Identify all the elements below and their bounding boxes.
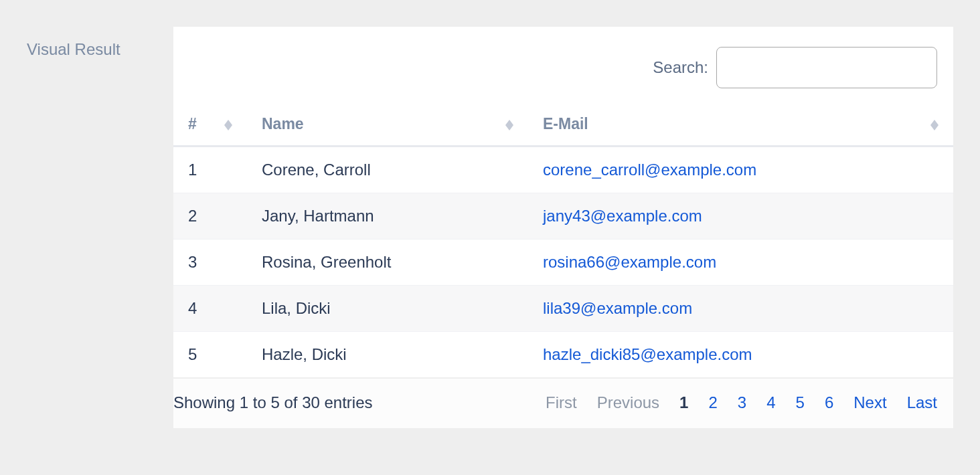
cell-name: Corene, Carroll xyxy=(247,147,528,193)
cell-email: rosina66@example.com xyxy=(528,240,953,286)
svg-marker-3 xyxy=(505,125,513,130)
pager-last[interactable]: Last xyxy=(907,393,937,412)
col-header-name-label: Name xyxy=(262,115,304,132)
entries-info: Showing 1 to 5 of 30 entries xyxy=(173,393,373,412)
sort-icon xyxy=(505,120,513,130)
pager-page-6[interactable]: 6 xyxy=(825,393,833,412)
results-table: # Name E-Mail xyxy=(173,104,953,377)
cell-index: 3 xyxy=(173,240,247,286)
pager-first: First xyxy=(546,393,577,412)
col-header-name[interactable]: Name xyxy=(247,104,528,147)
search-input[interactable] xyxy=(716,47,937,88)
cell-index: 4 xyxy=(173,286,247,332)
email-link[interactable]: jany43@example.com xyxy=(543,207,702,225)
pager-previous: Previous xyxy=(597,393,659,412)
cell-index: 2 xyxy=(173,193,247,240)
table-row: 4Lila, Dickilila39@example.com xyxy=(173,286,953,332)
svg-marker-2 xyxy=(505,120,513,125)
pager-page-3[interactable]: 3 xyxy=(738,393,746,412)
col-header-index[interactable]: # xyxy=(173,104,247,147)
col-header-index-label: # xyxy=(188,115,197,132)
search-label: Search: xyxy=(653,58,708,77)
pager-page-4[interactable]: 4 xyxy=(766,393,775,412)
table-row: 5Hazle, Dickihazle_dicki85@example.com xyxy=(173,332,953,378)
svg-marker-5 xyxy=(930,125,938,130)
table-row: 1Corene, Carrollcorene_carroll@example.c… xyxy=(173,147,953,193)
pager-next[interactable]: Next xyxy=(853,393,886,412)
cell-email: lila39@example.com xyxy=(528,286,953,332)
sort-icon xyxy=(930,120,938,130)
col-header-email[interactable]: E-Mail xyxy=(528,104,953,147)
svg-marker-0 xyxy=(224,120,232,125)
search-row: Search: xyxy=(173,47,953,104)
cell-name: Rosina, Greenholt xyxy=(247,240,528,286)
cell-index: 5 xyxy=(173,332,247,378)
pager-page-2[interactable]: 2 xyxy=(708,393,717,412)
col-header-email-label: E-Mail xyxy=(543,115,588,132)
cell-name: Hazle, Dicki xyxy=(247,332,528,378)
cell-index: 1 xyxy=(173,147,247,193)
results-panel: Search: # Name xyxy=(173,27,953,428)
cell-email: corene_carroll@example.com xyxy=(528,147,953,193)
table-footer: Showing 1 to 5 of 30 entries FirstPrevio… xyxy=(173,377,953,428)
email-link[interactable]: corene_carroll@example.com xyxy=(543,161,756,179)
cell-email: hazle_dicki85@example.com xyxy=(528,332,953,378)
cell-email: jany43@example.com xyxy=(528,193,953,240)
table-row: 3Rosina, Greenholtrosina66@example.com xyxy=(173,240,953,286)
table-row: 2Jany, Hartmannjany43@example.com xyxy=(173,193,953,240)
section-title: Visual Result xyxy=(27,27,157,59)
svg-marker-1 xyxy=(224,125,232,130)
email-link[interactable]: hazle_dicki85@example.com xyxy=(543,345,752,363)
sort-icon xyxy=(224,120,232,130)
email-link[interactable]: rosina66@example.com xyxy=(543,253,716,271)
pager-page-5[interactable]: 5 xyxy=(796,393,805,412)
cell-name: Lila, Dicki xyxy=(247,286,528,332)
cell-name: Jany, Hartmann xyxy=(247,193,528,240)
pagination: FirstPrevious123456NextLast xyxy=(546,393,937,412)
email-link[interactable]: lila39@example.com xyxy=(543,299,692,317)
svg-marker-4 xyxy=(930,120,938,125)
pager-page-1: 1 xyxy=(679,393,688,412)
